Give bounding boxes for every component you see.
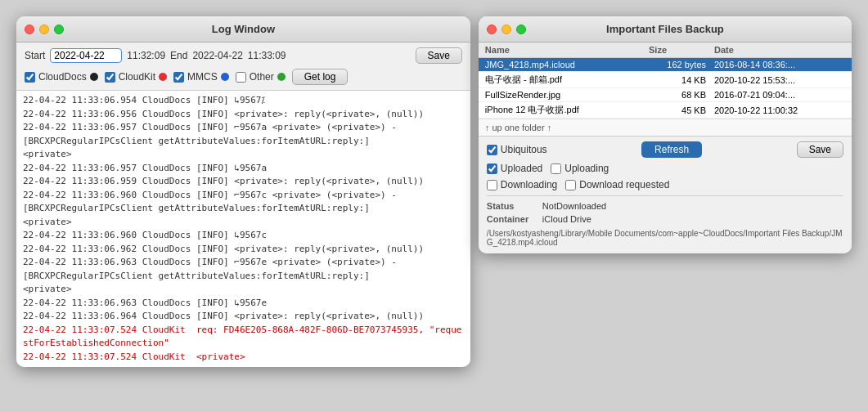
log-line: 22-04-22 11:33:06.959 CloudDocs [INFO] <… [23, 175, 464, 189]
file-size: 162 bytes [649, 60, 714, 69]
status-value: NotDownloaded [542, 201, 606, 211]
file-date: 2016-08-14 08:36:... [714, 60, 845, 69]
files-bottom: Ubiquitous Refresh Save Uploaded Uploadi… [479, 136, 852, 253]
log-line: 22-04-22 11:33:06.954 CloudDocs [INFO] ↳… [23, 94, 464, 108]
log-line: 22-04-22 11:33:06.964 CloudDocs [INFO] <… [23, 310, 464, 324]
up-folder[interactable]: ↑ up one folder ↑ [479, 119, 852, 136]
container-value: iCloud Drive [542, 214, 591, 224]
status-label: Status [487, 201, 536, 211]
bottom-checkbox-row2: Downloading Download requested [487, 179, 843, 190]
end-label: End [170, 50, 187, 61]
file-path: /Users/kostyasheng/Library/Mobile Docume… [487, 227, 843, 249]
file-name: iPhone 12 电子收据.pdf [485, 104, 649, 116]
end-time: 11:33:09 [248, 50, 286, 61]
download-requested-label: Download requested [579, 179, 669, 190]
log-titlebar: Log Window [16, 16, 470, 43]
log-line: 22-04-22 11:33:06.957 CloudDocs [INFO] ⌐… [23, 121, 464, 162]
file-name: 电子收据 - 邮箱.pdf [485, 74, 649, 86]
files-titlebar: Important Files Backup [479, 16, 852, 43]
start-label: Start [25, 50, 45, 61]
date-col-header: Date [714, 45, 845, 55]
files-minimize-button[interactable] [501, 25, 511, 34]
traffic-lights [25, 25, 64, 34]
log-line: 22-04-22 11:33:06.957 CloudDocs [INFO] ↳… [23, 162, 464, 176]
status-row: Status NotDownloaded [487, 201, 843, 211]
uploaded-group: Uploaded [487, 163, 542, 174]
other-checkbox[interactable] [236, 72, 246, 83]
log-line: 22-04-22 11:33:06.963 CloudDocs [INFO] ↳… [23, 297, 464, 311]
table-header: Name Size Date [479, 43, 852, 58]
cloudkit-group: CloudKit [105, 71, 167, 83]
cloudkit-label: CloudKit [119, 71, 155, 83]
table-row[interactable]: 电子收据 - 邮箱.pdf14 KB2020-10-22 15:53:... [479, 72, 852, 88]
start-time: 11:32:09 [127, 50, 165, 61]
mmcs-dot [221, 73, 229, 81]
end-date: 2022-04-22 [192, 50, 242, 61]
clouddocs-label: CloudDocs [38, 71, 87, 83]
ubiquitous-group: Ubiquitous [487, 144, 547, 155]
cloudkit-dot [159, 73, 167, 81]
refresh-row: Ubiquitous Refresh Save [487, 141, 843, 158]
log-line: 22-04-22 11:33:06.960 CloudDocs [INFO] ⌐… [23, 189, 464, 230]
file-size: 14 KB [649, 75, 714, 85]
log-line: 22-04-22 11:33:06.960 CloudDocs [INFO] ↳… [23, 229, 464, 243]
log-line: 22-04-22 11:33:07.524 CloudKit req: FD46… [23, 324, 464, 351]
downloading-label: Downloading [501, 179, 557, 190]
minimize-button[interactable] [39, 25, 49, 34]
maximize-button[interactable] [54, 25, 64, 34]
mmcs-checkbox[interactable] [173, 72, 184, 83]
download-requested-group: Download requested [565, 179, 669, 190]
clouddocs-group: CloudDocs [25, 71, 98, 83]
log-content: 22-04-22 11:33:06.954 CloudDocs [INFO] ↳… [16, 91, 470, 367]
file-size: 68 KB [649, 90, 714, 100]
table-row[interactable]: FullSizeRender.jpg68 KB2016-07-21 09:04:… [479, 88, 852, 102]
files-close-button[interactable] [487, 25, 497, 34]
other-label: Other [250, 71, 274, 83]
downloading-checkbox[interactable] [487, 180, 497, 190]
get-log-button[interactable]: Get log [292, 69, 349, 85]
log-line: 22-04-22 11:33:06.963 CloudDocs [INFO] ⌐… [23, 256, 464, 297]
container-row: Container iCloud Drive [487, 214, 843, 224]
uploading-checkbox[interactable] [551, 163, 561, 174]
log-line: 22-04-22 11:33:06.956 CloudDocs [INFO] <… [23, 108, 464, 122]
log-window-title: Log Window [212, 23, 275, 35]
log-line: 22-04-22 11:33:06.962 CloudDocs [INFO] <… [23, 243, 464, 257]
other-dot [277, 73, 286, 81]
file-name: FullSizeRender.jpg [485, 90, 649, 100]
log-toolbar: Start 11:32:09 End 2022-04-22 11:33:09 S… [16, 43, 470, 91]
log-line: 22-04-22 11:33:07.524 CloudKit <private> [23, 351, 464, 365]
file-size: 45 KB [649, 105, 714, 115]
ubiquitous-checkbox[interactable] [487, 145, 497, 155]
files-window-title: Important Files Backup [606, 23, 724, 35]
mmcs-group: MMCS [173, 71, 229, 83]
log-window: Log Window Start 11:32:09 End 2022-04-22… [16, 16, 470, 367]
files-window: Important Files Backup Name Size Date JM… [479, 16, 852, 253]
file-name: JMG_4218.mp4.icloud [485, 60, 649, 69]
file-date: 2020-10-22 11:00:32 [714, 105, 845, 115]
status-section: Status NotDownloaded Container iCloud Dr… [487, 195, 843, 249]
uploaded-label: Uploaded [501, 163, 542, 174]
uploaded-checkbox[interactable] [487, 163, 497, 174]
downloading-group: Downloading [487, 179, 557, 190]
uploading-group: Uploading [551, 163, 609, 174]
mmcs-label: MMCS [187, 71, 218, 83]
refresh-button[interactable]: Refresh [641, 141, 702, 158]
file-date: 2016-07-21 09:04:... [714, 90, 845, 100]
start-date-input[interactable] [50, 48, 122, 63]
files-maximize-button[interactable] [516, 25, 526, 34]
log-save-button[interactable]: Save [416, 47, 462, 64]
table-row[interactable]: iPhone 12 电子收据.pdf45 KB2020-10-22 11:00:… [479, 102, 852, 119]
download-requested-checkbox[interactable] [565, 180, 576, 190]
close-button[interactable] [25, 25, 34, 34]
container-label: Container [487, 214, 536, 224]
cloudkit-checkbox[interactable] [105, 72, 115, 83]
files-save-button[interactable]: Save [797, 141, 843, 158]
table-row[interactable]: JMG_4218.mp4.icloud162 bytes2016-08-14 0… [479, 58, 852, 72]
file-date: 2020-10-22 15:53:... [714, 75, 845, 85]
files-table-body: JMG_4218.mp4.icloud162 bytes2016-08-14 0… [479, 58, 852, 119]
clouddocs-checkbox[interactable] [25, 72, 35, 83]
files-traffic-lights [487, 25, 526, 34]
ubiquitous-label: Ubiquitous [501, 144, 547, 155]
size-col-header: Size [649, 45, 714, 55]
date-row: Start 11:32:09 End 2022-04-22 11:33:09 S… [25, 47, 462, 64]
